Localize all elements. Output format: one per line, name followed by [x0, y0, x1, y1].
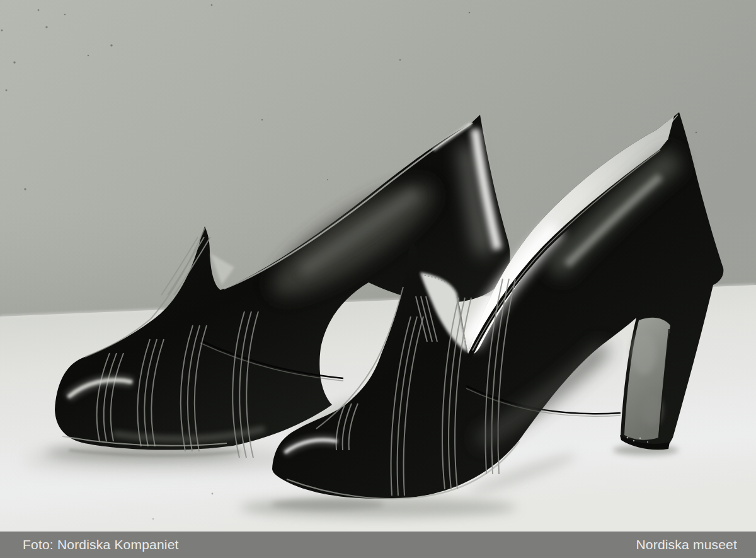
caption-photographer: Foto: Nordiska Kompaniet: [23, 532, 179, 558]
photograph: [0, 0, 756, 532]
caption-museum: Nordiska museet: [636, 532, 737, 558]
photo-canvas: [0, 0, 756, 532]
caption-bar: Foto: Nordiska Kompaniet Nordiska museet: [0, 532, 756, 558]
archive-photo-page: Foto: Nordiska Kompaniet Nordiska museet: [0, 0, 756, 558]
